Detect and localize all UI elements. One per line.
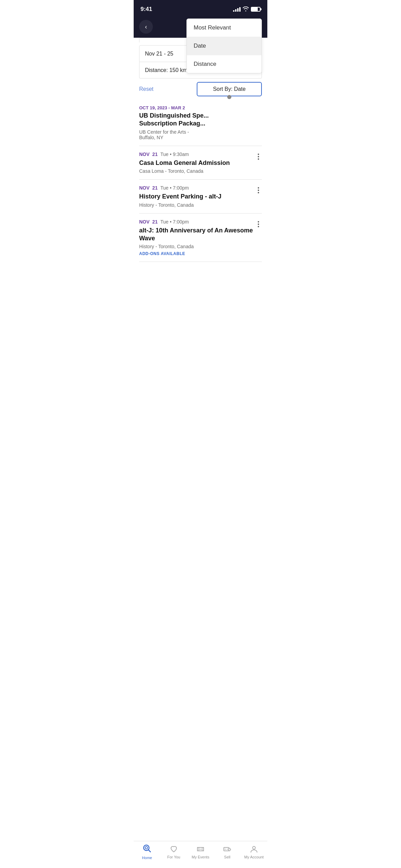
status-icons [233,7,260,12]
event-month: NOV [139,152,149,157]
signal-icon [233,7,241,12]
more-dot [258,192,259,193]
event-venue: History - Toronto, Canada [139,244,262,249]
more-dot [258,154,259,155]
sort-option-distance[interactable]: Distance [187,55,262,73]
reset-button[interactable]: Reset [139,86,154,92]
more-dot [258,190,259,191]
event-time: Tue • 9:30am [160,152,189,157]
event-item: NOV 21 Tue • 7:00pm History Event Parkin… [139,180,262,213]
sort-option-date[interactable]: Date [187,37,262,55]
event-title: alt-J: 10th Anniversary of An Awesome Wa… [139,227,262,243]
event-more-button[interactable] [255,152,262,161]
status-time: 9:41 [141,6,152,13]
sort-section: Reset Sort By: Date [134,79,267,100]
sort-dropdown: Most Relevant Date Distance [186,19,262,73]
sort-dot-indicator [227,95,231,99]
events-list: OCT 19, 2023 - MAR 2 UB Distinguished Sp… [134,100,267,296]
event-date-range: OCT 19, 2023 - MAR 2 [139,105,262,110]
event-more-button[interactable] [255,186,262,195]
event-date-line: NOV 21 Tue • 9:30am [139,152,262,157]
event-venue: UB Center for the Arts - [139,129,262,135]
more-dot [258,158,259,160]
event-addons-label: ADD-ONS AVAILABLE [139,251,262,256]
back-chevron-icon: ‹ [145,23,147,31]
event-time: Tue • 7:00pm [160,219,189,225]
event-time: Tue • 7:00pm [160,185,189,191]
more-dot [258,224,259,225]
sort-by-button[interactable]: Sort By: Date [197,82,262,96]
event-month: NOV [139,185,149,191]
sort-option-most-relevant[interactable]: Most Relevant [187,19,262,37]
back-button[interactable]: ‹ [139,20,153,34]
event-item: NOV 21 Tue • 7:00pm alt-J: 10th Annivers… [139,214,262,262]
more-dot [258,156,259,157]
battery-icon [251,7,260,12]
wifi-icon [243,7,249,12]
more-dot [258,221,259,222]
event-month: NOV [139,219,149,225]
event-more-button[interactable] [255,220,262,229]
distance-filter-value: Distance: 150 km [145,67,187,73]
event-item: NOV 21 Tue • 9:30am Casa Loma General Ad… [139,146,262,180]
date-filter-value: Nov 21 - 25 [145,51,173,57]
more-dot [258,226,259,227]
event-venue: Casa Loma - Toronto, Canada [139,168,262,174]
event-date-line: NOV 21 Tue • 7:00pm [139,185,262,191]
event-title: Casa Loma General Admission [139,159,262,167]
event-day: 21 [152,152,158,157]
more-dot [258,187,259,189]
event-venue: History - Toronto, Canada [139,202,262,208]
event-title: History Event Parking - alt-J [139,193,262,201]
event-day: 21 [152,185,158,191]
status-bar: 9:41 [134,0,267,17]
event-item: OCT 19, 2023 - MAR 2 UB Distinguished Sp… [139,100,262,146]
event-date-line: NOV 21 Tue • 7:00pm [139,219,262,225]
event-title: UB Distinguished Spe...Subscription Pack… [139,112,262,128]
event-day: 21 [152,219,158,225]
event-city: Buffalo, NY [139,135,262,140]
